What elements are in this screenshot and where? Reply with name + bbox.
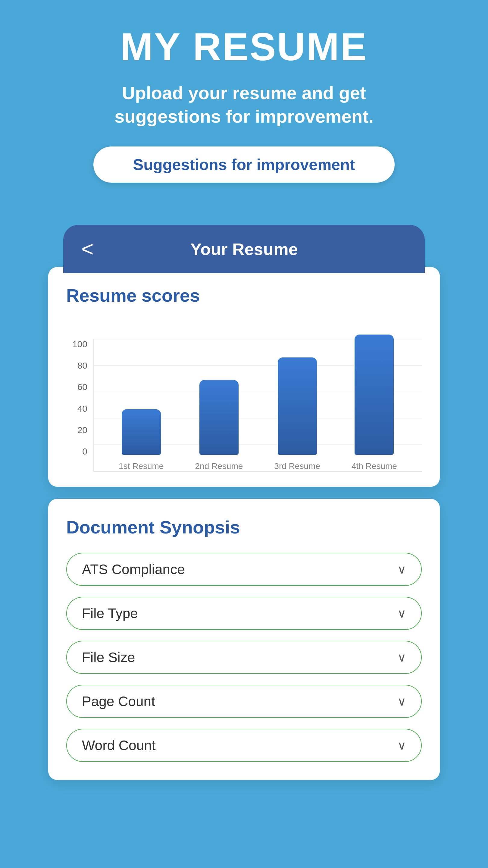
bar-group: 1st Resume — [119, 409, 164, 471]
bar — [355, 335, 394, 455]
y-axis-label: 20 — [66, 425, 87, 435]
bar-label: 2nd Resume — [195, 461, 243, 471]
accordion-container: ATS Compliance∨File Type∨File Size∨Page … — [66, 553, 422, 762]
main-title: MY RESUME — [121, 24, 368, 69]
bars-row: 1st Resume2nd Resume3rd Resume4th Resume — [93, 339, 422, 472]
header-section: MY RESUME Upload your resume and get sug… — [0, 0, 488, 201]
accordion-label: Page Count — [82, 693, 155, 710]
synopsis-title: Document Synopsis — [66, 517, 422, 538]
accordion-item-file-type[interactable]: File Type∨ — [66, 597, 422, 630]
bar-label: 1st Resume — [119, 461, 164, 471]
chevron-down-icon: ∨ — [397, 650, 406, 664]
accordion-label: File Size — [82, 649, 135, 665]
nav-bar: < Your Resume — [63, 225, 425, 273]
chart-title: Resume scores — [66, 285, 422, 306]
accordion-item-ats-compliance[interactable]: ATS Compliance∨ — [66, 553, 422, 586]
y-axis-label: 80 — [66, 361, 87, 371]
bar-label: 4th Resume — [352, 461, 397, 471]
phone-container: < Your Resume Resume scores 020406080100 — [63, 225, 425, 780]
accordion-item-page-count[interactable]: Page Count∨ — [66, 685, 422, 718]
accordion-item-file-size[interactable]: File Size∨ — [66, 641, 422, 674]
synopsis-card: Document Synopsis ATS Compliance∨File Ty… — [48, 499, 440, 780]
accordion-label: ATS Compliance — [82, 561, 185, 578]
y-axis: 020406080100 — [66, 339, 87, 472]
bars-section: 1st Resume2nd Resume3rd Resume4th Resume — [93, 339, 422, 472]
nav-title: Your Resume — [106, 239, 383, 259]
chevron-down-icon: ∨ — [397, 562, 406, 576]
subtitle: Upload your resume and get suggestions f… — [78, 82, 410, 128]
y-axis-label: 60 — [66, 382, 87, 392]
accordion-label: File Type — [82, 605, 138, 621]
chart-card: Resume scores 020406080100 — [48, 267, 440, 487]
suggestions-button-label: Suggestions for improvement — [133, 156, 355, 174]
back-button[interactable]: < — [82, 239, 94, 259]
accordion-label: Word Count — [82, 737, 156, 753]
bar-group: 2nd Resume — [195, 380, 243, 471]
chart-area: 020406080100 1st Resume2nd Resume3rd Res… — [66, 321, 422, 472]
chevron-down-icon: ∨ — [397, 607, 406, 620]
accordion-item-word-count[interactable]: Word Count∨ — [66, 729, 422, 762]
bar-group: 4th Resume — [352, 335, 397, 471]
bar — [199, 380, 238, 455]
chevron-down-icon: ∨ — [397, 694, 406, 708]
bar — [122, 409, 161, 455]
bar — [278, 358, 317, 455]
y-axis-label: 0 — [66, 446, 87, 457]
y-axis-label: 40 — [66, 404, 87, 414]
suggestions-button[interactable]: Suggestions for improvement — [93, 147, 395, 183]
chevron-down-icon: ∨ — [397, 738, 406, 752]
y-axis-label: 100 — [66, 339, 87, 349]
bar-label: 3rd Resume — [274, 461, 320, 471]
bar-group: 3rd Resume — [274, 358, 320, 471]
